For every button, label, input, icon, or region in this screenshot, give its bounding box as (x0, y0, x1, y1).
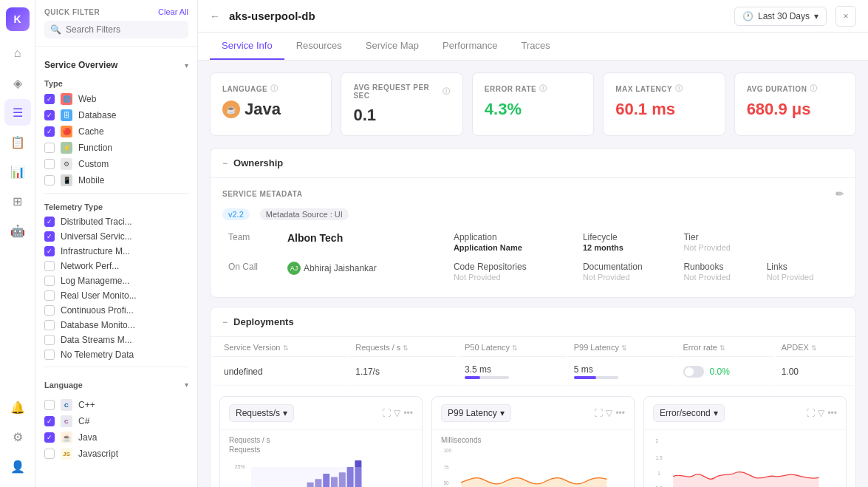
csharp-checkbox[interactable] (44, 416, 55, 426)
sort-icon-p50[interactable]: ⇅ (512, 344, 518, 352)
quick-filter-label: QUICK FILTER (44, 8, 100, 16)
filter-icon-p99[interactable]: ▽ (606, 408, 612, 418)
sort-icon-version[interactable]: ⇅ (283, 344, 289, 352)
filter-custom[interactable]: ⚙ Custom (44, 156, 188, 172)
meta-table: Team Albon Tech ApplicationApplication N… (222, 228, 844, 287)
database-checkbox[interactable] (44, 110, 55, 120)
language-group-header[interactable]: Language ▾ (44, 372, 188, 397)
sort-icon-apdex[interactable]: ⇅ (811, 344, 817, 352)
edit-icon[interactable]: ✏ (835, 188, 844, 200)
filter-web[interactable]: 🌐 Web (44, 91, 188, 107)
deployments-section: − Deployments Service Version ⇅ Requests… (210, 307, 856, 487)
group-nav-icon[interactable]: ⊞ (4, 188, 31, 214)
tab-resources[interactable]: Resources (284, 33, 354, 60)
filter-network[interactable]: Network Perf... (44, 259, 188, 273)
search-input[interactable] (66, 24, 182, 35)
list-nav-icon[interactable]: ☰ (4, 99, 31, 126)
web-checkbox[interactable] (44, 94, 55, 104)
sort-icon-requests[interactable]: ⇅ (403, 344, 409, 352)
filter-javascript[interactable]: JS Javascript (44, 446, 188, 462)
search-box[interactable]: 🔍 (44, 21, 188, 38)
data-streams-checkbox[interactable] (44, 335, 55, 345)
custom-checkbox[interactable] (44, 159, 55, 169)
mobile-checkbox[interactable] (44, 175, 55, 185)
home-nav-icon[interactable]: ⌂ (4, 40, 31, 67)
tab-service-info[interactable]: Service Info (210, 33, 284, 60)
filter-database[interactable]: 🗄 Database (44, 107, 188, 123)
dist-tracing-checkbox[interactable] (44, 217, 55, 227)
filter-no-telemetry[interactable]: No Telemetry Data (44, 347, 188, 362)
universal-svc-checkbox[interactable] (44, 231, 55, 242)
requests-selector[interactable]: Requests/s ▾ (229, 404, 294, 422)
db-monitoring-checkbox[interactable] (44, 320, 55, 330)
tab-traces[interactable]: Traces (509, 33, 561, 60)
bot-nav-icon[interactable]: 🤖 (4, 217, 31, 244)
chart-requests-header: Requests/s ▾ ⛶ ▽ ••• (220, 397, 422, 430)
log-checkbox[interactable] (44, 276, 55, 286)
more-icon-p99[interactable]: ••• (615, 408, 625, 418)
more-icon-req[interactable]: ••• (403, 408, 413, 418)
services-nav-icon[interactable]: ◈ (4, 69, 31, 96)
filter-cache[interactable]: 🔴 Cache (44, 123, 188, 140)
tab-performance[interactable]: Performance (431, 33, 509, 60)
java-checkbox[interactable] (44, 432, 55, 443)
infra-checkbox[interactable] (44, 246, 55, 256)
filter-dist-tracing[interactable]: Distributed Traci... (44, 214, 188, 229)
cpp-checkbox[interactable] (44, 400, 55, 410)
sort-icon-p99[interactable]: ⇅ (621, 344, 627, 352)
expand-icon-req[interactable]: ⛶ (382, 408, 391, 418)
expand-icon-p99[interactable]: ⛶ (594, 408, 603, 418)
profiling-checkbox[interactable] (44, 305, 55, 316)
log-nav-icon[interactable]: 📋 (4, 129, 31, 155)
sidebar-section-service-overview: Service Overview ▾ Type 🌐 Web 🗄 Database… (35, 52, 197, 465)
function-checkbox[interactable] (44, 143, 55, 153)
date-filter-button[interactable]: 🕐 Last 30 Days ▾ (734, 7, 827, 26)
java-icon: ☕ (61, 432, 72, 443)
chart-nav-icon[interactable]: 📊 (4, 158, 31, 185)
info-icon: ⓘ (270, 84, 278, 94)
filter-log[interactable]: Log Manageme... (44, 273, 188, 288)
filter-infra[interactable]: Infrastructure M... (44, 244, 188, 259)
close-button[interactable]: × (835, 6, 856, 27)
more-icon-err[interactable]: ••• (827, 408, 837, 418)
documentation-cell: DocumentationNot Provided (577, 257, 677, 287)
filter-icon-req[interactable]: ▽ (394, 408, 400, 418)
filter-icon-err[interactable]: ▽ (818, 408, 824, 418)
rum-checkbox[interactable] (44, 290, 55, 301)
infra-label: Infrastructure M... (61, 246, 130, 256)
user-nav-icon[interactable]: 👤 (4, 453, 31, 480)
filter-profiling[interactable]: Continuous Profi... (44, 303, 188, 318)
tab-service-map[interactable]: Service Map (354, 33, 431, 60)
svg-text:100: 100 (444, 448, 452, 453)
deployments-header[interactable]: − Deployments (211, 307, 855, 337)
error-rate-toggle[interactable] (683, 366, 704, 378)
chart-requests: Requests/s ▾ ⛶ ▽ ••• Requests / s Req (219, 396, 423, 487)
cache-checkbox[interactable] (44, 126, 55, 137)
filter-csharp[interactable]: C C# (44, 413, 188, 429)
no-telemetry-checkbox[interactable] (44, 350, 55, 360)
sort-icon-error[interactable]: ⇅ (720, 344, 725, 352)
filter-data-streams[interactable]: Data Streams M... (44, 333, 188, 347)
filter-rum[interactable]: Real User Monito... (44, 288, 188, 303)
ownership-header[interactable]: − Ownership (211, 149, 855, 178)
alert-nav-icon[interactable]: 🔔 (4, 394, 31, 420)
filter-universal-svc[interactable]: Universal Servic... (44, 229, 188, 244)
javascript-icon: JS (61, 448, 72, 460)
filter-mobile[interactable]: 📱 Mobile (44, 172, 188, 188)
filter-function[interactable]: ⚡ Function (44, 140, 188, 156)
filter-cpp[interactable]: C C++ (44, 397, 188, 413)
error-selector[interactable]: Error/second ▾ (653, 404, 725, 422)
filter-db-monitoring[interactable]: Database Monito... (44, 318, 188, 333)
p99-selector[interactable]: P99 Latency ▾ (441, 404, 511, 422)
date-chevron-icon: ▾ (814, 11, 819, 21)
quick-filter-header: QUICK FILTER Clear All (44, 7, 188, 16)
javascript-checkbox[interactable] (44, 449, 55, 459)
expand-icon-err[interactable]: ⛶ (806, 408, 815, 418)
clear-all-button[interactable]: Clear All (158, 7, 188, 16)
back-button[interactable]: ← (210, 10, 220, 22)
network-checkbox[interactable] (44, 261, 55, 271)
settings-nav-icon[interactable]: ⚙ (4, 423, 31, 450)
filter-java[interactable]: ☕ Java (44, 429, 188, 446)
service-overview-header[interactable]: Service Overview ▾ (44, 55, 188, 75)
svg-text:1.5: 1.5 (656, 455, 663, 460)
